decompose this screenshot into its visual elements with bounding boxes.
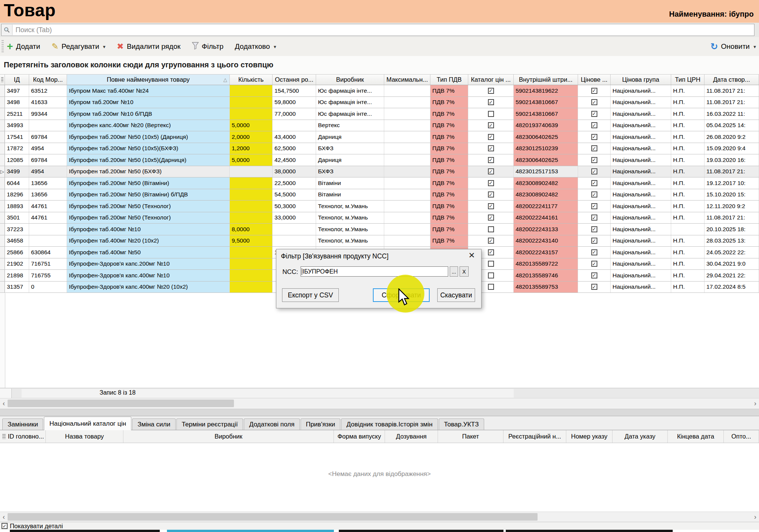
table-row[interactable]: 349841633Ібупром таб.200мг №1059,8000Юс … bbox=[0, 97, 759, 109]
cell-catalog[interactable]: ✓ bbox=[468, 143, 514, 154]
detail-column-header[interactable]: Реєстраційний н... bbox=[503, 430, 566, 443]
column-header-vat[interactable]: Тип ПДВ bbox=[430, 75, 468, 85]
cell-last[interactable]: 54,5000 bbox=[273, 189, 316, 201]
cell-qty[interactable] bbox=[230, 97, 273, 108]
cell-group[interactable]: Національний... bbox=[611, 177, 671, 189]
cell-group[interactable]: Національний... bbox=[611, 189, 671, 201]
checkbox[interactable]: ✓ bbox=[591, 111, 597, 117]
cell-name[interactable]: Ібупрофен-Здоров'я капс.400мг №10 bbox=[67, 270, 230, 281]
cell-id[interactable]: 31357 bbox=[5, 282, 29, 293]
cell-id[interactable]: 18893 bbox=[5, 201, 29, 212]
checkbox[interactable]: ✓ bbox=[488, 145, 494, 151]
scrollbar-thumb[interactable] bbox=[8, 400, 234, 407]
checkbox[interactable]: ✓ bbox=[591, 261, 597, 267]
cell-qty[interactable] bbox=[230, 85, 273, 96]
cell-last[interactable]: 42,4500 bbox=[273, 154, 316, 166]
cell-group[interactable]: Національний... bbox=[611, 235, 671, 247]
cell-barcode[interactable]: 5902143819622 bbox=[514, 85, 578, 96]
cell-last[interactable]: 62,5000 bbox=[273, 143, 316, 154]
cell-qty[interactable]: 5,0000 bbox=[230, 154, 273, 166]
add-button[interactable]: + Додати bbox=[7, 42, 40, 51]
cell-created[interactable]: 11.08.2017 21: bbox=[704, 212, 759, 224]
taskbar-item[interactable] bbox=[506, 530, 673, 532]
checkbox[interactable]: ✓ bbox=[488, 191, 494, 198]
cell-id[interactable]: 17541 bbox=[5, 131, 29, 143]
cell-id[interactable]: 21898 bbox=[5, 270, 29, 281]
cell-created[interactable]: 26.08.2020 9:2 bbox=[704, 131, 759, 143]
detail-column-header[interactable]: Виробник bbox=[123, 430, 334, 443]
cell-id[interactable]: 34993 bbox=[5, 120, 29, 131]
cell-created[interactable]: 15.10.2020 15: bbox=[704, 189, 759, 201]
cell-id[interactable]: 18296 bbox=[5, 189, 29, 201]
cell-last[interactable]: 43,4000 bbox=[273, 131, 316, 143]
cell-maker[interactable]: Технолог, м.Умань bbox=[316, 212, 384, 224]
checkbox[interactable]: ✓ bbox=[591, 134, 597, 140]
cell-vat[interactable]: ПДВ 7% bbox=[430, 143, 468, 154]
checkbox[interactable]: ✓ bbox=[488, 203, 494, 209]
cell-last[interactable]: 77,0000 bbox=[273, 108, 316, 120]
cell-group[interactable]: Національний... bbox=[611, 201, 671, 212]
cell-maker[interactable]: Технолог, м.Умань bbox=[316, 235, 384, 247]
cell-code[interactable]: 0 bbox=[29, 282, 67, 293]
cell-name[interactable]: Ібупрофен таб.400мг №10 bbox=[67, 224, 230, 235]
cell-created[interactable]: 11.08.2017 21: bbox=[704, 85, 759, 96]
cell-price[interactable]: ✓ bbox=[578, 108, 611, 120]
cell-group[interactable]: Національний... bbox=[611, 143, 671, 154]
cell-crn[interactable]: Н.П. bbox=[671, 166, 704, 177]
detail-column-header[interactable]: Номер указу bbox=[566, 430, 612, 443]
column-header-name[interactable]: Повне найменування товару△ bbox=[67, 75, 230, 85]
cell-code[interactable]: 13656 bbox=[29, 189, 67, 201]
cell-crn[interactable]: Н.П. bbox=[671, 143, 704, 154]
tab-товар-уктз[interactable]: Товар.УКТЗ bbox=[439, 418, 484, 430]
cell-created[interactable]: 05.04.2025 14: bbox=[704, 120, 759, 131]
cell-maker[interactable]: Вітаміни bbox=[316, 189, 384, 201]
cell-last[interactable] bbox=[273, 224, 316, 235]
cell-barcode[interactable]: 4823012510239 bbox=[514, 143, 578, 154]
cell-crn[interactable]: Н.П. bbox=[671, 270, 704, 281]
cell-price[interactable]: ✓ bbox=[578, 282, 611, 293]
checkbox[interactable]: ✓ bbox=[591, 249, 597, 255]
cell-name[interactable]: Ібупрофен капс.400мг №20 (Вертекс) bbox=[67, 120, 230, 131]
show-details-checkbox[interactable]: ✓ bbox=[2, 523, 8, 529]
cell-group[interactable]: Національний... bbox=[611, 120, 671, 131]
cell-last[interactable]: 59,8000 bbox=[273, 97, 316, 108]
cell-code[interactable] bbox=[29, 120, 67, 131]
cell-maker[interactable]: Технолог, м.Умань bbox=[316, 224, 384, 235]
cell-max[interactable] bbox=[384, 143, 430, 154]
cell-barcode[interactable]: 4820193740639 bbox=[514, 120, 578, 131]
checkbox[interactable]: ✓ bbox=[591, 238, 597, 244]
cell-maker[interactable]: Юс фармація інте... bbox=[316, 108, 384, 120]
checkbox[interactable]: ✓ bbox=[488, 122, 494, 128]
cell-id[interactable]: 25866 bbox=[5, 247, 29, 258]
more-button[interactable]: Додатково ▾ bbox=[235, 42, 276, 51]
cell-maker[interactable]: Юс фармація інте... bbox=[316, 97, 384, 108]
cell-barcode[interactable]: 4823008902482 bbox=[514, 189, 578, 201]
cell-qty[interactable] bbox=[230, 201, 273, 212]
checkbox[interactable]: ✓ bbox=[488, 238, 494, 244]
cell-name[interactable]: Ібупрофен таб.200мг №50 (10х5)(БХФЗ) bbox=[67, 143, 230, 154]
cell-catalog[interactable]: ✓ bbox=[468, 131, 514, 143]
cell-max[interactable] bbox=[384, 177, 430, 189]
cell-barcode[interactable]: 4823008902482 bbox=[514, 177, 578, 189]
cell-price[interactable]: ✓ bbox=[578, 270, 611, 281]
cell-barcode[interactable]: 4820135589753 bbox=[514, 282, 578, 293]
group-by-band[interactable]: Перетягніть заголовок колонки сюди для у… bbox=[0, 56, 759, 74]
cell-catalog[interactable]: ✓ bbox=[468, 97, 514, 108]
cell-maker[interactable]: БХФЗ bbox=[316, 143, 384, 154]
cell-created[interactable]: 15.09.2020 9:4 bbox=[704, 143, 759, 154]
cell-barcode[interactable]: 4820022243133 bbox=[514, 224, 578, 235]
cell-qty[interactable] bbox=[230, 270, 273, 281]
cell-price[interactable]: ✓ bbox=[578, 143, 611, 154]
cell-name[interactable]: Ібупрофен-Здоров'я капс.400мг №20 (10х2) bbox=[67, 282, 230, 293]
cell-crn[interactable]: Н.П. bbox=[671, 201, 704, 212]
chevron-down-icon[interactable]: ▾ bbox=[753, 44, 756, 50]
cell-id[interactable]: 37223 bbox=[5, 224, 29, 235]
checkbox[interactable]: ✓ bbox=[591, 203, 597, 209]
cell-crn[interactable]: Н.П. bbox=[671, 177, 704, 189]
cell-name[interactable]: Ібупрофен таб.200мг №50 (БХФЗ) bbox=[67, 166, 230, 177]
cell-crn[interactable]: Н.П. bbox=[671, 235, 704, 247]
cell-code[interactable]: 630864 bbox=[29, 247, 67, 258]
cell-name[interactable]: Ібупрофен таб.200мг №50 (10х5) (Дарниця) bbox=[67, 131, 230, 143]
cell-group[interactable]: Національний... bbox=[611, 108, 671, 120]
cell-name[interactable]: Ібупрофен таб.400мг №20 (10х2) bbox=[67, 235, 230, 247]
